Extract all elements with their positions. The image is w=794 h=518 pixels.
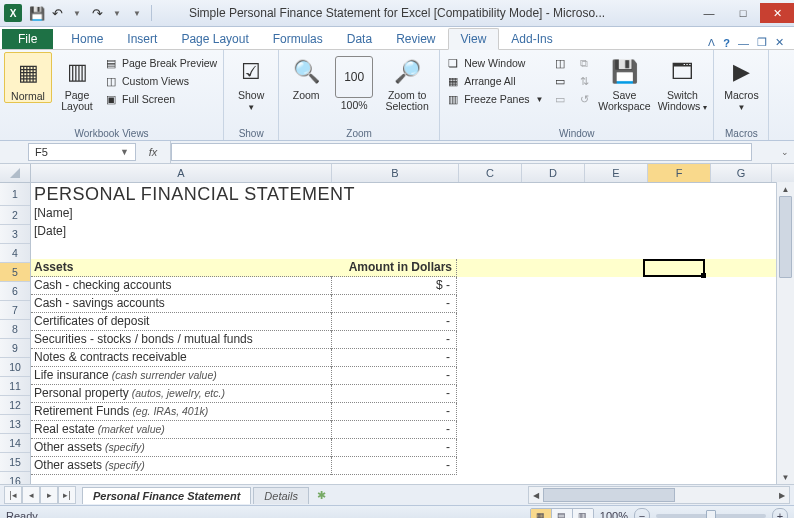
formula-input[interactable] xyxy=(171,143,752,161)
row-header-14[interactable]: 14 xyxy=(0,434,30,453)
sheet-tab-active[interactable]: Personal Finance Statement xyxy=(82,487,251,504)
maximize-button[interactable]: □ xyxy=(726,3,760,23)
minimize-button[interactable]: — xyxy=(692,3,726,23)
doc-minimize-icon[interactable]: — xyxy=(738,37,749,49)
cell-A2[interactable]: [Name] xyxy=(31,205,331,223)
sheet-nav-next-icon[interactable]: ▸ xyxy=(40,486,58,504)
page-break-preview-button[interactable]: ▤Page Break Preview xyxy=(102,55,219,71)
cell-A7[interactable]: Cash - savings accounts xyxy=(31,295,331,313)
tab-formulas[interactable]: Formulas xyxy=(261,29,335,49)
tab-review[interactable]: Review xyxy=(384,29,447,49)
tab-view[interactable]: View xyxy=(448,28,500,50)
scroll-thumb[interactable] xyxy=(779,196,792,278)
undo-dropdown-icon[interactable]: ▼ xyxy=(68,4,86,22)
sheet-tab-details[interactable]: Details xyxy=(253,487,309,504)
scroll-up-icon[interactable]: ▲ xyxy=(777,182,794,196)
save-icon[interactable]: 💾 xyxy=(28,4,46,22)
zoom-100-button[interactable]: 100100% xyxy=(331,52,377,111)
cell-A8[interactable]: Certificates of deposit xyxy=(31,313,331,331)
sync-scroll-button[interactable]: ⇅ xyxy=(575,73,593,89)
cell-B11[interactable]: - xyxy=(331,367,457,385)
cell-A6[interactable]: Cash - checking accounts xyxy=(31,277,331,295)
row-header-2[interactable]: 2 xyxy=(0,206,30,225)
row-header-11[interactable]: 11 xyxy=(0,377,30,396)
page-layout-button[interactable]: ▥ Page Layout xyxy=(54,52,100,112)
col-header-G[interactable]: G xyxy=(711,164,772,182)
expand-formula-bar-icon[interactable]: ⌄ xyxy=(776,141,794,163)
full-screen-button[interactable]: ▣Full Screen xyxy=(102,91,219,107)
tab-insert[interactable]: Insert xyxy=(115,29,169,49)
cell-A13[interactable]: Retirement Funds(eg. IRAs, 401k) xyxy=(31,403,331,421)
cell-grid[interactable]: PERSONAL FINANCIAL STATEMENT [Name] [Dat… xyxy=(31,183,794,484)
cell-A5[interactable]: Assets xyxy=(31,259,331,277)
cell-A11[interactable]: Life insurance(cash surrender value) xyxy=(31,367,331,385)
row-header-7[interactable]: 7 xyxy=(0,301,30,320)
cell-B9[interactable]: - xyxy=(331,331,457,349)
cell-B10[interactable]: - xyxy=(331,349,457,367)
zoom-in-button[interactable]: + xyxy=(772,508,788,518)
cell-B13[interactable]: - xyxy=(331,403,457,421)
cell-A4[interactable] xyxy=(31,241,331,259)
cell-B5[interactable]: Amount in Dollars xyxy=(331,259,457,277)
row-header-9[interactable]: 9 xyxy=(0,339,30,358)
cell-A9[interactable]: Securities - stocks / bonds / mutual fun… xyxy=(31,331,331,349)
minimize-ribbon-icon[interactable]: ᐱ xyxy=(708,37,715,48)
macros-button[interactable]: ▶Macros▼ xyxy=(718,52,764,112)
zoom-slider-knob[interactable] xyxy=(706,510,716,518)
select-all-corner[interactable] xyxy=(0,164,31,182)
cell-B16[interactable]: - xyxy=(331,457,457,475)
col-header-D[interactable]: D xyxy=(522,164,585,182)
undo-icon[interactable]: ↶ xyxy=(48,4,66,22)
col-header-A[interactable]: A xyxy=(31,164,332,182)
view-pagelayout-icon[interactable]: ▤ xyxy=(552,509,573,518)
row-header-6[interactable]: 6 xyxy=(0,282,30,301)
cell-B7[interactable]: - xyxy=(331,295,457,313)
chevron-down-icon[interactable]: ▼ xyxy=(120,147,129,157)
row-header-1[interactable]: 1 xyxy=(0,183,30,206)
cell-B14[interactable]: - xyxy=(331,421,457,439)
col-header-C[interactable]: C xyxy=(459,164,522,182)
close-button[interactable]: ✕ xyxy=(760,3,794,23)
doc-close-icon[interactable]: ✕ xyxy=(775,36,784,49)
row-header-5[interactable]: 5 xyxy=(0,263,30,282)
zoom-out-button[interactable]: − xyxy=(634,508,650,518)
cell-B8[interactable]: - xyxy=(331,313,457,331)
cell-B6[interactable]: $ - xyxy=(331,277,457,295)
cell-A10[interactable]: Notes & contracts receivable xyxy=(31,349,331,367)
normal-view-button[interactable]: ▦ Normal xyxy=(4,52,52,103)
row-header-15[interactable]: 15 xyxy=(0,453,30,472)
cell-B12[interactable]: - xyxy=(331,385,457,403)
tab-file[interactable]: File xyxy=(2,29,53,49)
cell-A16[interactable]: Other assets(specify) xyxy=(31,457,331,475)
new-sheet-icon[interactable]: ✱ xyxy=(313,488,331,502)
zoom-percent[interactable]: 100% xyxy=(600,510,628,518)
custom-views-button[interactable]: ◫Custom Views xyxy=(102,73,219,89)
cell-B15[interactable]: - xyxy=(331,439,457,457)
sheet-nav-first-icon[interactable]: |◂ xyxy=(4,486,22,504)
redo-icon[interactable]: ↷ xyxy=(88,4,106,22)
row-header-12[interactable]: 12 xyxy=(0,396,30,415)
zoom-selection-button[interactable]: 🔎Zoom to Selection xyxy=(379,52,435,112)
cell-A12[interactable]: Personal property(autos, jewelry, etc.) xyxy=(31,385,331,403)
scroll-down-icon[interactable]: ▼ xyxy=(777,470,794,484)
row-header-10[interactable]: 10 xyxy=(0,358,30,377)
unhide-button[interactable]: ▭ xyxy=(551,91,569,107)
split-button[interactable]: ◫ xyxy=(551,55,569,71)
cell-A1[interactable]: PERSONAL FINANCIAL STATEMENT xyxy=(31,183,331,205)
redo-dropdown-icon[interactable]: ▼ xyxy=(108,4,126,22)
doc-restore-icon[interactable]: ❐ xyxy=(757,36,767,49)
view-normal-icon[interactable]: ▦ xyxy=(531,509,552,518)
row-header-16[interactable]: 16 xyxy=(0,472,30,484)
name-box[interactable]: F5▼ xyxy=(28,143,136,161)
col-header-F[interactable]: F xyxy=(648,164,711,182)
arrange-all-button[interactable]: ▦Arrange All xyxy=(444,73,545,89)
sheet-nav-prev-icon[interactable]: ◂ xyxy=(22,486,40,504)
col-header-E[interactable]: E xyxy=(585,164,648,182)
tab-data[interactable]: Data xyxy=(335,29,384,49)
save-workspace-button[interactable]: 💾Save Workspace xyxy=(595,52,653,112)
tab-addins[interactable]: Add-Ins xyxy=(499,29,564,49)
freeze-panes-button[interactable]: ▥Freeze Panes ▼ xyxy=(444,91,545,107)
cell-A15[interactable]: Other assets(specify) xyxy=(31,439,331,457)
vertical-scrollbar[interactable]: ▲ ▼ xyxy=(776,182,794,484)
scroll-right-icon[interactable]: ▶ xyxy=(775,487,789,503)
